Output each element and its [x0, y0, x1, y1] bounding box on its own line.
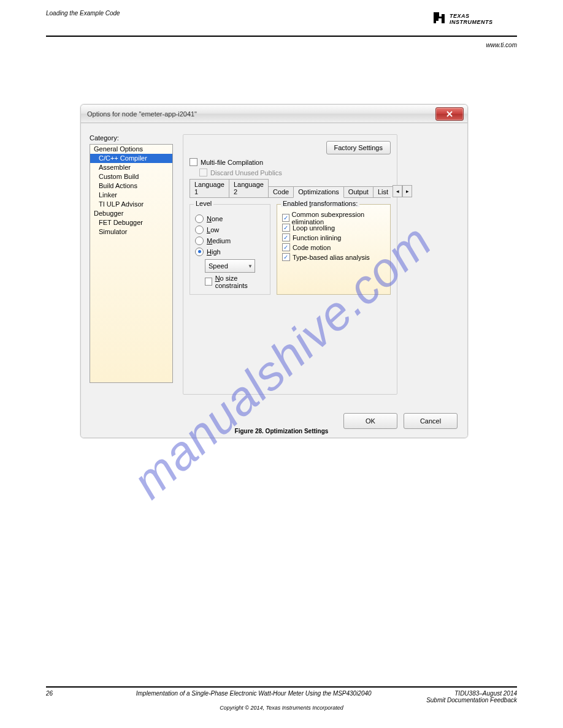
radio-icon	[195, 237, 204, 245]
dialog-titlebar: Options for node "emeter-app-i2041"	[81, 105, 467, 123]
category-label: Category:	[90, 134, 173, 142]
level-radio[interactable]: None	[195, 213, 265, 224]
ok-button[interactable]: OK	[343, 413, 397, 429]
tab-language1[interactable]: Language 1	[190, 179, 229, 197]
tab-output[interactable]: Output	[343, 186, 373, 197]
level-legend: Level	[194, 200, 213, 207]
level-radio[interactable]: High	[195, 246, 265, 257]
category-list[interactable]: General OptionsC/C++ CompilerAssemblerCu…	[90, 144, 173, 383]
level-radio[interactable]: Medium	[195, 235, 265, 246]
close-button[interactable]	[435, 107, 464, 121]
page-number: 26	[46, 690, 53, 697]
header-site-link[interactable]: www.ti.com	[486, 42, 517, 48]
checkbox-icon	[282, 233, 290, 241]
category-item[interactable]: General Options	[90, 145, 172, 154]
transformations-legend: Enabled transformations:	[281, 200, 359, 207]
figure-caption: Figure 28. Optimization Settings	[0, 428, 563, 434]
tab-language2[interactable]: Language 2	[229, 179, 269, 197]
tab-code[interactable]: Code	[268, 186, 294, 197]
level-radio[interactable]: Low	[195, 224, 265, 235]
category-item[interactable]: Simulator	[90, 227, 172, 237]
radio-icon	[195, 226, 204, 234]
options-main-panel: Factory Settings Multi-file Compilation …	[183, 134, 397, 395]
tab-scroll-left[interactable]: ◂	[393, 185, 402, 197]
transformation-checkbox[interactable]: Function inlining	[282, 233, 385, 242]
category-item[interactable]: Custom Build	[90, 172, 172, 181]
factory-settings-button[interactable]: Factory Settings	[326, 141, 391, 154]
cancel-button[interactable]: Cancel	[404, 413, 458, 429]
chevron-down-icon: ▼	[248, 264, 253, 269]
radio-icon	[195, 214, 204, 223]
category-item[interactable]: Linker	[90, 191, 172, 200]
dialog-title: Options for node "emeter-app-i2041"	[87, 110, 197, 118]
checkbox-icon	[205, 278, 212, 286]
checkbox-icon	[282, 243, 290, 251]
category-item[interactable]: Debugger	[90, 209, 172, 218]
checkbox-icon	[190, 158, 197, 166]
speed-combo[interactable]: Speed ▼	[205, 259, 255, 273]
transformation-checkbox[interactable]: Type-based alias analysis	[282, 252, 385, 262]
header-left-line1: Loading the Example Code	[46, 10, 120, 17]
tab-list[interactable]: List	[373, 186, 393, 197]
svg-text:TEXAS: TEXAS	[450, 13, 470, 19]
svg-text:INSTRUMENTS: INSTRUMENTS	[450, 19, 493, 25]
footer-doc-rev: TIDU383–August 2014	[454, 690, 517, 697]
category-item[interactable]: FET Debugger	[90, 218, 172, 227]
discard-unused-publics-checkbox: Discard Unused Publics	[199, 167, 391, 178]
footer-title: Implementation of a Single-Phase Electro…	[53, 690, 454, 697]
footer-copyright: Copyright © 2014, Texas Instruments Inco…	[46, 705, 517, 711]
close-icon	[446, 110, 453, 118]
footer-rule	[46, 686, 517, 688]
tab-bar: Language 1 Language 2 Code Optimizations…	[190, 184, 391, 198]
category-item[interactable]: Assembler	[90, 163, 172, 172]
tab-scroll-right[interactable]: ▸	[402, 185, 412, 197]
category-item[interactable]: C/C++ Compiler	[90, 154, 172, 163]
category-item[interactable]: Build Actions	[90, 181, 172, 191]
checkbox-icon	[282, 253, 290, 261]
header-rule	[46, 36, 517, 37]
checkbox-icon	[199, 169, 207, 176]
transformations-groupbox: Enabled transformations: Common subexpre…	[277, 204, 391, 295]
no-size-constraints-checkbox[interactable]: No size constraints	[205, 276, 265, 287]
submit-feedback-link[interactable]: Submit Documentation Feedback	[426, 697, 517, 703]
transformation-checkbox[interactable]: Common subexpression elimination	[282, 213, 385, 222]
multifile-compilation-checkbox[interactable]: Multi-file Compilation	[190, 157, 391, 167]
checkbox-icon	[282, 214, 289, 222]
options-dialog: Options for node "emeter-app-i2041" Cate…	[80, 104, 468, 438]
tab-optimizations[interactable]: Optimizations	[293, 186, 344, 198]
checkbox-icon	[282, 224, 290, 232]
category-item[interactable]: TI ULP Advisor	[90, 200, 172, 209]
radio-icon	[195, 248, 204, 256]
transformation-checkbox[interactable]: Code motion	[282, 243, 385, 252]
ti-logo: TEXAS INSTRUMENTS	[431, 10, 517, 28]
level-groupbox: Level NoneLowMediumHigh Speed ▼ No size …	[190, 204, 270, 295]
